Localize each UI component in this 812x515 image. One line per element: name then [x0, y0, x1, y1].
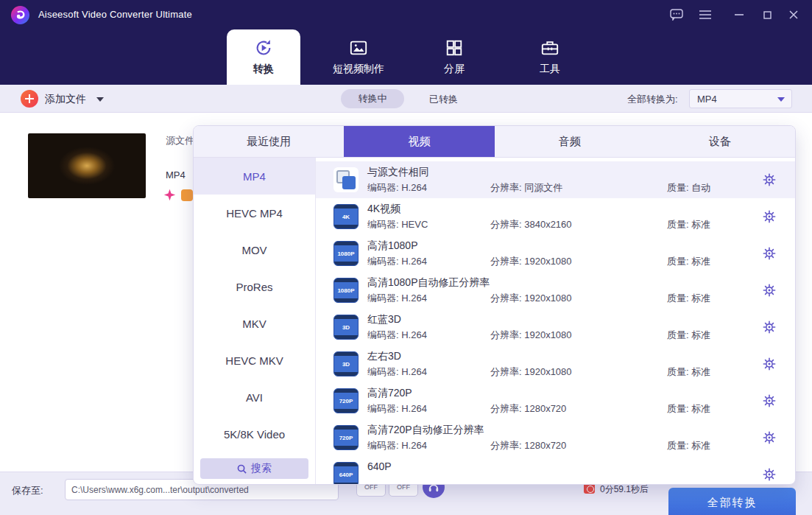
minimize-button[interactable] — [729, 0, 749, 29]
format-preset-row[interactable]: 720P 高清720P 编码器: H.264 分辨率: 1280x720 质量:… — [316, 382, 795, 419]
sidebar-item-mp4[interactable]: MP4 — [194, 158, 315, 195]
video-maker-icon — [349, 38, 368, 57]
header: Aiseesoft Video Converter Ultimate — [0, 0, 812, 85]
format-preset-row[interactable]: 1080P 高清1080P自动修正分辨率 编码器: H.264 分辨率: 192… — [316, 272, 795, 309]
save-to-label: 保存至: — [12, 484, 43, 497]
sidebar-item-hevc-mp4[interactable]: HEVC MP4 — [194, 195, 315, 231]
close-button[interactable] — [783, 0, 804, 29]
format-preset-row[interactable]: 640P 640P — [316, 456, 795, 485]
sidebar-item-mov[interactable]: MOV — [194, 231, 315, 268]
convert-all-button[interactable]: 全部转换 — [668, 488, 796, 515]
source-file-label: 源文件 — [166, 134, 194, 147]
edit-star-icon[interactable] — [163, 189, 176, 201]
tab-toolbox[interactable]: 工具 — [517, 29, 583, 85]
preset-title: 与源文件相同 — [367, 166, 429, 179]
add-file-button[interactable]: 添加文件 — [45, 93, 86, 106]
settings-gear-icon[interactable] — [763, 357, 776, 371]
sidebar-item-hevc-mkv[interactable]: HEVC MKV — [194, 342, 315, 379]
preset-encoder: 编码器: H.264 — [367, 255, 427, 268]
maximize-button[interactable] — [757, 0, 777, 29]
tab-short-video[interactable]: 短视频制作 — [311, 29, 406, 85]
app-window: Aiseesoft Video Converter Ultimate — [0, 0, 812, 515]
sidebar-item-avi[interactable]: AVI — [194, 379, 315, 416]
settings-gear-icon[interactable] — [763, 247, 776, 260]
preset-title: 640P — [367, 460, 392, 472]
clip-tool-icon[interactable] — [181, 189, 193, 201]
tab-split-screen[interactable]: 分屏 — [421, 29, 487, 85]
preset-title: 红蓝3D — [367, 313, 401, 326]
format-preset-row[interactable]: 与源文件相同 编码器: H.264 分辨率: 同源文件 质量: 自动 — [316, 161, 795, 198]
format-preset-row[interactable]: 3D 红蓝3D 编码器: H.264 分辨率: 1920x1080 质量: 标准 — [316, 309, 795, 346]
convert-all-to-label: 全部转换为: — [627, 93, 678, 106]
preset-quality: 质量: 标准 — [667, 365, 710, 379]
countdown-text: 0分59.1秒后 — [600, 483, 649, 496]
tab-video[interactable]: 视频 — [344, 126, 494, 157]
preset-encoder: 编码器: H.264 — [367, 292, 427, 305]
add-file-plus-icon[interactable] — [21, 90, 38, 108]
source-format-label: MP4 — [166, 169, 186, 181]
format-preset-row[interactable]: 3D 左右3D 编码器: H.264 分辨率: 1920x1080 质量: 标准 — [316, 346, 795, 382]
video-thumbnail[interactable] — [28, 133, 146, 198]
tab-device[interactable]: 设备 — [645, 126, 795, 157]
preset-encoder: 编码器: H.264 — [367, 181, 427, 195]
preset-resolution: 分辨率: 1280x720 — [490, 402, 566, 416]
menu-hamburger-icon[interactable] — [695, 0, 716, 29]
preset-encoder: 编码器: H.264 — [367, 439, 427, 452]
sidebar-item-mkv[interactable]: MKV — [194, 305, 315, 342]
resolution-badge-icon: 720P — [333, 425, 359, 450]
filter-converting[interactable]: 转换中 — [341, 89, 404, 108]
resolution-badge-icon: 640P — [333, 462, 359, 485]
tab-audio[interactable]: 音频 — [495, 126, 645, 157]
titlebar: Aiseesoft Video Converter Ultimate — [0, 0, 812, 29]
settings-gear-icon[interactable] — [763, 394, 776, 407]
settings-gear-icon[interactable] — [763, 431, 776, 444]
same-as-source-icon — [333, 167, 359, 192]
preset-resolution: 分辨率: 1920x1080 — [490, 292, 572, 305]
settings-gear-icon[interactable] — [763, 468, 776, 481]
preset-title: 高清1080P自动修正分辨率 — [367, 276, 490, 290]
preset-resolution: 分辨率: 1920x1080 — [490, 365, 572, 379]
output-format-value: MP4 — [697, 94, 717, 105]
preset-quality: 质量: 标准 — [667, 439, 710, 452]
chevron-down-icon — [777, 97, 785, 102]
filter-converted[interactable]: 已转换 — [429, 93, 458, 106]
settings-gear-icon[interactable] — [763, 284, 776, 297]
tab-short-video-label: 短视频制作 — [333, 63, 384, 76]
settings-gear-icon[interactable] — [763, 210, 776, 223]
settings-gear-icon[interactable] — [763, 173, 776, 186]
app-title: Aiseesoft Video Converter Ultimate — [38, 9, 192, 20]
search-button[interactable]: 搜索 — [200, 458, 308, 479]
preset-quality: 质量: 自动 — [667, 181, 710, 195]
format-preset-row[interactable]: 4K 4K视频 编码器: HEVC 分辨率: 3840x2160 质量: 标准 — [316, 198, 795, 235]
tab-convert[interactable]: 转换 — [227, 29, 300, 85]
preset-quality: 质量: 标准 — [667, 329, 710, 342]
resolution-badge-icon: 1080P — [333, 241, 359, 266]
format-preset-row[interactable]: 1080P 高清1080P 编码器: H.264 分辨率: 1920x1080 … — [316, 235, 795, 272]
preset-resolution: 分辨率: 1280x720 — [490, 439, 566, 452]
format-picker-popup: 最近使用 视频 音频 设备 MP4 HEVC MP4 MOV ProRes MK… — [193, 125, 796, 485]
add-file-dropdown-caret[interactable] — [96, 97, 104, 102]
resolution-badge-icon: 4K — [333, 204, 359, 229]
format-preset-row[interactable]: 720P 高清720P自动修正分辨率 编码器: H.264 分辨率: 1280x… — [316, 419, 795, 456]
sidebar-item-5k8k-video[interactable]: 5K/8K Video — [194, 416, 315, 452]
search-label: 搜索 — [251, 462, 272, 475]
preset-quality: 质量: 标准 — [667, 255, 710, 268]
settings-gear-icon[interactable] — [763, 320, 776, 334]
format-popup-tabs: 最近使用 视频 音频 设备 — [194, 126, 795, 158]
preset-title: 左右3D — [367, 350, 401, 363]
format-popup-body: MP4 HEVC MP4 MOV ProRes MKV HEVC MKV AVI… — [194, 158, 795, 485]
convert-icon — [254, 38, 273, 57]
sidebar-item-prores[interactable]: ProRes — [194, 268, 315, 305]
feedback-bubble-icon[interactable] — [666, 0, 687, 29]
output-format-dropdown[interactable]: MP4 — [689, 89, 792, 108]
tab-convert-label: 转换 — [253, 63, 274, 76]
preset-title: 高清720P自动修正分辨率 — [367, 424, 484, 437]
resolution-badge-icon: 3D — [333, 351, 359, 376]
preset-title: 高清720P — [367, 387, 412, 400]
preset-resolution: 分辨率: 3840x2160 — [490, 218, 572, 231]
tab-recently-used[interactable]: 最近使用 — [194, 126, 344, 157]
resolution-badge-icon: 3D — [333, 315, 359, 340]
search-icon — [237, 464, 247, 474]
preset-encoder: 编码器: HEVC — [367, 218, 428, 231]
preset-quality: 质量: 标准 — [667, 218, 710, 231]
